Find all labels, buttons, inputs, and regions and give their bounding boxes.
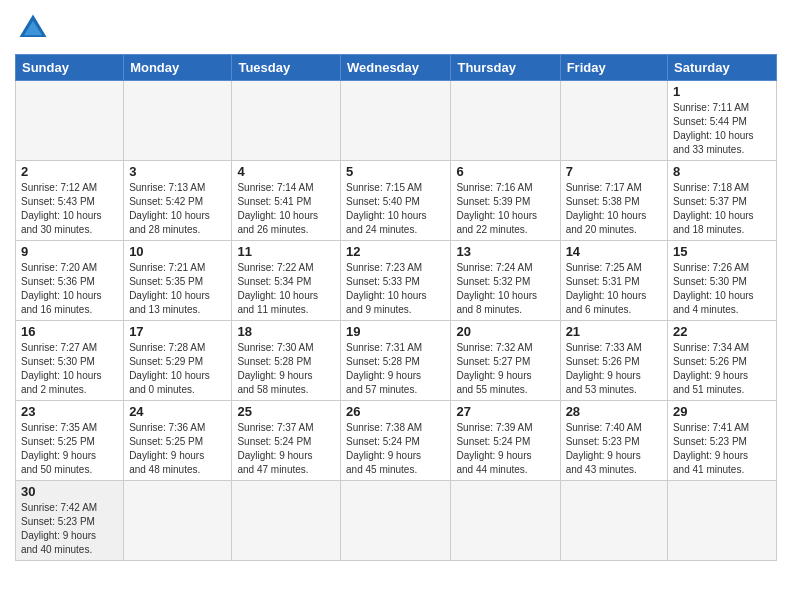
day-info: Sunrise: 7:28 AM Sunset: 5:29 PM Dayligh… [129, 341, 226, 397]
day-cell: 11Sunrise: 7:22 AM Sunset: 5:34 PM Dayli… [232, 241, 341, 321]
day-cell [124, 81, 232, 161]
day-cell: 14Sunrise: 7:25 AM Sunset: 5:31 PM Dayli… [560, 241, 667, 321]
day-cell [232, 481, 341, 561]
day-cell: 8Sunrise: 7:18 AM Sunset: 5:37 PM Daylig… [668, 161, 777, 241]
weekday-header-wednesday: Wednesday [341, 55, 451, 81]
calendar: SundayMondayTuesdayWednesdayThursdayFrid… [15, 54, 777, 561]
day-cell [341, 81, 451, 161]
day-cell: 6Sunrise: 7:16 AM Sunset: 5:39 PM Daylig… [451, 161, 560, 241]
day-cell: 16Sunrise: 7:27 AM Sunset: 5:30 PM Dayli… [16, 321, 124, 401]
day-info: Sunrise: 7:12 AM Sunset: 5:43 PM Dayligh… [21, 181, 118, 237]
day-number: 14 [566, 244, 662, 259]
day-cell: 10Sunrise: 7:21 AM Sunset: 5:35 PM Dayli… [124, 241, 232, 321]
day-number: 7 [566, 164, 662, 179]
day-cell [341, 481, 451, 561]
day-info: Sunrise: 7:18 AM Sunset: 5:37 PM Dayligh… [673, 181, 771, 237]
day-number: 26 [346, 404, 445, 419]
weekday-header-saturday: Saturday [668, 55, 777, 81]
day-info: Sunrise: 7:42 AM Sunset: 5:23 PM Dayligh… [21, 501, 118, 557]
day-cell [451, 481, 560, 561]
day-cell [560, 81, 667, 161]
day-number: 20 [456, 324, 554, 339]
day-number: 17 [129, 324, 226, 339]
day-info: Sunrise: 7:15 AM Sunset: 5:40 PM Dayligh… [346, 181, 445, 237]
day-number: 21 [566, 324, 662, 339]
day-info: Sunrise: 7:16 AM Sunset: 5:39 PM Dayligh… [456, 181, 554, 237]
day-cell: 7Sunrise: 7:17 AM Sunset: 5:38 PM Daylig… [560, 161, 667, 241]
weekday-header-row: SundayMondayTuesdayWednesdayThursdayFrid… [16, 55, 777, 81]
day-cell: 2Sunrise: 7:12 AM Sunset: 5:43 PM Daylig… [16, 161, 124, 241]
day-info: Sunrise: 7:22 AM Sunset: 5:34 PM Dayligh… [237, 261, 335, 317]
day-cell: 18Sunrise: 7:30 AM Sunset: 5:28 PM Dayli… [232, 321, 341, 401]
day-info: Sunrise: 7:33 AM Sunset: 5:26 PM Dayligh… [566, 341, 662, 397]
day-cell: 22Sunrise: 7:34 AM Sunset: 5:26 PM Dayli… [668, 321, 777, 401]
day-info: Sunrise: 7:26 AM Sunset: 5:30 PM Dayligh… [673, 261, 771, 317]
header [15, 10, 777, 46]
week-row-0: 1Sunrise: 7:11 AM Sunset: 5:44 PM Daylig… [16, 81, 777, 161]
day-info: Sunrise: 7:20 AM Sunset: 5:36 PM Dayligh… [21, 261, 118, 317]
day-number: 16 [21, 324, 118, 339]
day-number: 8 [673, 164, 771, 179]
weekday-header-sunday: Sunday [16, 55, 124, 81]
day-number: 6 [456, 164, 554, 179]
day-info: Sunrise: 7:17 AM Sunset: 5:38 PM Dayligh… [566, 181, 662, 237]
day-number: 23 [21, 404, 118, 419]
day-number: 27 [456, 404, 554, 419]
day-cell [124, 481, 232, 561]
weekday-header-monday: Monday [124, 55, 232, 81]
week-row-1: 2Sunrise: 7:12 AM Sunset: 5:43 PM Daylig… [16, 161, 777, 241]
day-number: 30 [21, 484, 118, 499]
day-cell: 13Sunrise: 7:24 AM Sunset: 5:32 PM Dayli… [451, 241, 560, 321]
day-cell: 1Sunrise: 7:11 AM Sunset: 5:44 PM Daylig… [668, 81, 777, 161]
day-info: Sunrise: 7:36 AM Sunset: 5:25 PM Dayligh… [129, 421, 226, 477]
day-cell: 15Sunrise: 7:26 AM Sunset: 5:30 PM Dayli… [668, 241, 777, 321]
week-row-4: 23Sunrise: 7:35 AM Sunset: 5:25 PM Dayli… [16, 401, 777, 481]
day-cell: 30Sunrise: 7:42 AM Sunset: 5:23 PM Dayli… [16, 481, 124, 561]
day-number: 11 [237, 244, 335, 259]
day-info: Sunrise: 7:37 AM Sunset: 5:24 PM Dayligh… [237, 421, 335, 477]
day-cell: 26Sunrise: 7:38 AM Sunset: 5:24 PM Dayli… [341, 401, 451, 481]
day-number: 2 [21, 164, 118, 179]
day-number: 15 [673, 244, 771, 259]
day-cell: 21Sunrise: 7:33 AM Sunset: 5:26 PM Dayli… [560, 321, 667, 401]
day-cell: 28Sunrise: 7:40 AM Sunset: 5:23 PM Dayli… [560, 401, 667, 481]
weekday-header-friday: Friday [560, 55, 667, 81]
weekday-header-tuesday: Tuesday [232, 55, 341, 81]
week-row-5: 30Sunrise: 7:42 AM Sunset: 5:23 PM Dayli… [16, 481, 777, 561]
day-number: 4 [237, 164, 335, 179]
day-info: Sunrise: 7:23 AM Sunset: 5:33 PM Dayligh… [346, 261, 445, 317]
day-info: Sunrise: 7:35 AM Sunset: 5:25 PM Dayligh… [21, 421, 118, 477]
day-info: Sunrise: 7:27 AM Sunset: 5:30 PM Dayligh… [21, 341, 118, 397]
day-info: Sunrise: 7:21 AM Sunset: 5:35 PM Dayligh… [129, 261, 226, 317]
logo [15, 10, 55, 46]
day-number: 19 [346, 324, 445, 339]
day-cell: 3Sunrise: 7:13 AM Sunset: 5:42 PM Daylig… [124, 161, 232, 241]
day-info: Sunrise: 7:38 AM Sunset: 5:24 PM Dayligh… [346, 421, 445, 477]
day-cell: 19Sunrise: 7:31 AM Sunset: 5:28 PM Dayli… [341, 321, 451, 401]
logo-icon [15, 10, 51, 46]
day-info: Sunrise: 7:32 AM Sunset: 5:27 PM Dayligh… [456, 341, 554, 397]
day-cell: 27Sunrise: 7:39 AM Sunset: 5:24 PM Dayli… [451, 401, 560, 481]
day-cell: 17Sunrise: 7:28 AM Sunset: 5:29 PM Dayli… [124, 321, 232, 401]
day-info: Sunrise: 7:24 AM Sunset: 5:32 PM Dayligh… [456, 261, 554, 317]
day-number: 3 [129, 164, 226, 179]
day-cell [668, 481, 777, 561]
day-number: 9 [21, 244, 118, 259]
day-cell: 5Sunrise: 7:15 AM Sunset: 5:40 PM Daylig… [341, 161, 451, 241]
day-info: Sunrise: 7:34 AM Sunset: 5:26 PM Dayligh… [673, 341, 771, 397]
day-cell [560, 481, 667, 561]
day-number: 5 [346, 164, 445, 179]
week-row-2: 9Sunrise: 7:20 AM Sunset: 5:36 PM Daylig… [16, 241, 777, 321]
day-cell: 25Sunrise: 7:37 AM Sunset: 5:24 PM Dayli… [232, 401, 341, 481]
day-number: 25 [237, 404, 335, 419]
day-cell [16, 81, 124, 161]
page: SundayMondayTuesdayWednesdayThursdayFrid… [0, 0, 792, 571]
day-info: Sunrise: 7:14 AM Sunset: 5:41 PM Dayligh… [237, 181, 335, 237]
day-info: Sunrise: 7:40 AM Sunset: 5:23 PM Dayligh… [566, 421, 662, 477]
day-cell [232, 81, 341, 161]
week-row-3: 16Sunrise: 7:27 AM Sunset: 5:30 PM Dayli… [16, 321, 777, 401]
day-info: Sunrise: 7:31 AM Sunset: 5:28 PM Dayligh… [346, 341, 445, 397]
day-info: Sunrise: 7:30 AM Sunset: 5:28 PM Dayligh… [237, 341, 335, 397]
day-number: 13 [456, 244, 554, 259]
day-number: 10 [129, 244, 226, 259]
